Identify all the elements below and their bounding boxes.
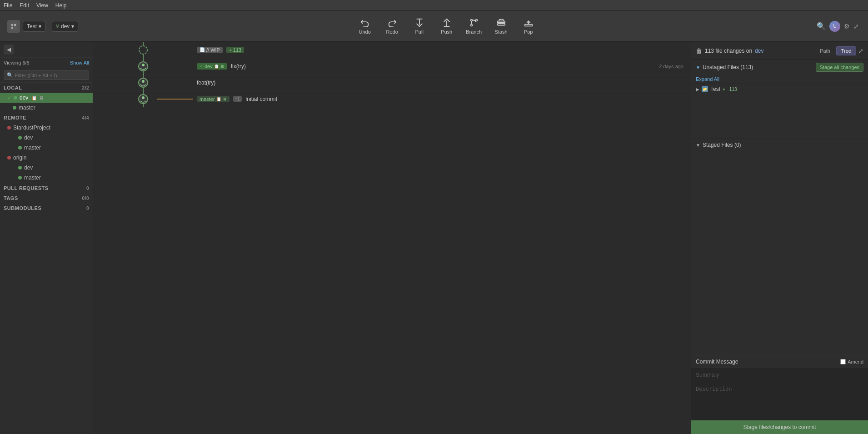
sidebar-item-origin[interactable]: origin	[0, 153, 93, 163]
amend-checkbox[interactable]	[840, 359, 846, 364]
graph-col-feat	[93, 75, 193, 91]
sidebar-item-origin-master[interactable]: master	[0, 173, 93, 183]
repo-name: Test	[27, 23, 37, 30]
path-view-btn[interactable]: Path	[815, 46, 835, 55]
stage-files-button[interactable]: Stage files/changes to commit	[691, 420, 868, 434]
master-dot	[13, 106, 16, 110]
remote-count: 4/4	[82, 115, 89, 120]
menu-help[interactable]: Help	[55, 2, 67, 9]
stage-all-button[interactable]: Stage all changes	[816, 63, 863, 72]
commit-count: 113	[233, 47, 241, 53]
expand-panel-icon[interactable]: ⤢	[858, 47, 863, 55]
branch-button[interactable]: Branch	[461, 14, 487, 39]
expand-all-label: Expand All	[696, 76, 719, 82]
view-toggles: Path Tree	[815, 46, 856, 55]
local-count: 2/2	[82, 85, 89, 90]
branch-dropdown-icon: ▾	[71, 23, 74, 30]
pull-requests-header[interactable]: PULL REQUESTS 0	[0, 183, 93, 193]
master-branch-name: master	[19, 105, 35, 111]
file-count-plus-icon: +	[723, 87, 725, 92]
graph-row-initial[interactable]: master 📋 🖥 +1 Initial commit	[93, 91, 691, 107]
folder-name: Test	[710, 86, 720, 92]
pop-label: Pop	[524, 29, 533, 35]
pull-button[interactable]: Pull	[407, 14, 432, 39]
svg-point-11	[139, 46, 147, 54]
graph-col-initial	[93, 91, 193, 107]
sidebar-item-stardustproject[interactable]: StardustProject	[0, 123, 93, 133]
fix-commit-time: 2 days ago	[659, 64, 683, 69]
commit-message-inputs	[691, 368, 868, 420]
graph-col-wip	[93, 42, 193, 58]
svg-rect-7	[497, 21, 505, 23]
local-section-header[interactable]: LOCAL 2/2	[0, 83, 93, 93]
branch-icon: ⑂	[56, 23, 59, 30]
menu-file[interactable]: File	[4, 2, 12, 9]
trash-icon[interactable]: 🗑	[696, 47, 702, 55]
repo-dropdown-icon: ▾	[39, 23, 41, 30]
folder-chevron: ▶	[696, 87, 699, 92]
initial-commit-msg: Initial commit	[245, 96, 687, 102]
origin-dev-dot	[18, 166, 22, 170]
menu-view[interactable]: View	[36, 2, 48, 9]
svg-point-5	[475, 20, 477, 21]
graph-row-feat[interactable]: feat(try)	[93, 75, 691, 91]
sidebar-item-dev[interactable]: ✓ dev 📋 🖥	[0, 93, 93, 103]
pull-requests-label: PULL REQUESTS	[4, 185, 49, 191]
unstaged-section-title-row[interactable]: ▼ Unstaged Files (113) Stage all changes	[691, 60, 868, 75]
pop-button[interactable]: Pop	[516, 14, 541, 39]
stash-button[interactable]: Stash	[489, 14, 514, 39]
redo-button[interactable]: Redo	[379, 14, 405, 39]
branch-selector[interactable]: ⑂ dev ▾	[52, 21, 78, 32]
unstaged-section-title: ▼ Unstaged Files (113)	[696, 64, 753, 70]
sidebar-item-master[interactable]: master	[0, 103, 93, 113]
description-input[interactable]	[691, 382, 868, 419]
undo-label: Undo	[359, 29, 371, 35]
sidebar-item-origin-dev[interactable]: dev	[0, 163, 93, 173]
undo-button[interactable]: Undo	[352, 14, 378, 39]
test-folder-item[interactable]: ▶ 📁 Test + 113	[691, 84, 868, 94]
submodules-count: 0	[86, 206, 89, 211]
repo-selector[interactable]: Test ▾	[23, 21, 45, 32]
show-all-link[interactable]: Show All	[70, 60, 89, 65]
sidebar-back-arrow[interactable]: ◀	[4, 45, 14, 55]
unstaged-section: ▼ Unstaged Files (113) Stage all changes…	[691, 60, 868, 139]
wip-icon: 📄	[200, 47, 205, 52]
sidebar-item-stardust-master[interactable]: master	[0, 143, 93, 153]
filter-input[interactable]	[15, 73, 86, 78]
dev-check-icon: ✓	[7, 95, 11, 101]
svg-rect-9	[524, 25, 532, 26]
unstaged-label: Unstaged Files (113)	[703, 64, 753, 70]
check-icon: ✓	[200, 64, 203, 69]
staged-section: ▼ Staged Files (0)	[691, 139, 868, 355]
sidebar-item-stardust-dev[interactable]: dev	[0, 133, 93, 143]
amend-label: Amend	[848, 359, 863, 364]
search-icon[interactable]: 🔍	[817, 22, 826, 30]
dev-tag-icon2: 🖥	[220, 64, 224, 69]
account-icon[interactable]: U	[829, 21, 840, 32]
master-tag-icon2: 🖥	[223, 97, 227, 101]
master-tag-name: master	[200, 96, 215, 102]
remote-section-header[interactable]: REMOTE 4/4	[0, 113, 93, 123]
staged-section-title-row[interactable]: ▼ Staged Files (0)	[691, 139, 868, 151]
expand-all-row[interactable]: Expand All	[691, 75, 868, 84]
tree-view-btn[interactable]: Tree	[836, 46, 856, 55]
stardust-name: StardustProject	[13, 125, 50, 131]
file-changes-text: 113 file changes on	[705, 48, 752, 54]
submodules-header[interactable]: SUBMODULES 0	[0, 203, 93, 213]
commit-msg-header: Commit Message Amend	[691, 356, 868, 368]
push-button[interactable]: Push	[434, 14, 459, 39]
toolbar-actions: Undo Redo Pull Push	[82, 14, 811, 39]
commit-msg-title: Commit Message	[696, 359, 738, 365]
plus-one-badge: +1	[233, 96, 242, 102]
settings-icon[interactable]: ⚙	[844, 23, 850, 30]
initial-commit-info: master 📋 🖥 +1 Initial commit	[193, 96, 691, 102]
expand-icon[interactable]: ⤢	[853, 23, 859, 30]
menu-edit[interactable]: Edit	[20, 2, 29, 9]
graph-col-fix	[93, 58, 193, 75]
graph-row-fix[interactable]: ✓ dev 📋 🖥 fix(try) 2 days ago	[93, 58, 691, 75]
wip-badge: 📄 // WIP	[197, 47, 223, 53]
graph-row-wip[interactable]: 📄 // WIP + 113	[93, 42, 691, 58]
summary-input[interactable]	[691, 368, 868, 382]
tags-header[interactable]: TAGS 0/0	[0, 193, 93, 203]
push-label: Push	[441, 29, 452, 35]
